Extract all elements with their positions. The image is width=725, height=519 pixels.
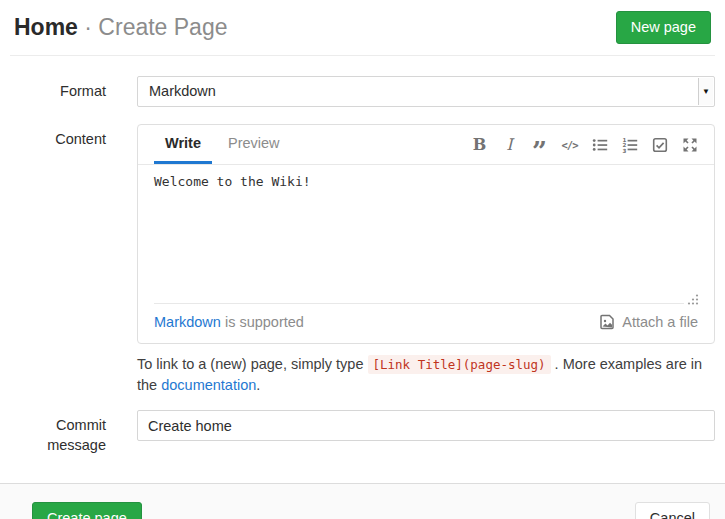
task-list-button[interactable]	[651, 136, 668, 154]
content-textarea[interactable]: Welcome to the Wiki!	[138, 165, 714, 303]
markdown-editor: Write Preview B I ” </>	[137, 124, 715, 344]
fullscreen-icon	[682, 137, 698, 153]
page-header: Home · Create Page New page	[10, 0, 715, 56]
editor-toolbar: B I ” </> 1 2	[471, 125, 698, 164]
svg-text:3: 3	[622, 147, 626, 152]
page-title-home: Home	[14, 14, 78, 40]
format-select-value: Markdown	[149, 83, 216, 99]
chevron-down-icon: ▼	[702, 88, 710, 96]
page-title: Home · Create Page	[14, 14, 228, 41]
editor-footer: Markdown is supported Attach a file	[138, 304, 714, 343]
tab-preview[interactable]: Preview	[217, 125, 291, 164]
tab-write[interactable]: Write	[154, 125, 212, 164]
content-label: Content	[10, 124, 127, 344]
resize-grip-icon[interactable]	[686, 294, 699, 305]
numbered-list-button[interactable]: 1 2 3	[621, 136, 638, 154]
bullet-list-icon	[592, 137, 608, 153]
fullscreen-button[interactable]	[681, 136, 698, 154]
help-text: To link to a (new) page, simply type [Li…	[137, 354, 715, 395]
task-list-icon	[652, 137, 668, 153]
numbered-list-icon: 1 2 3	[622, 137, 638, 153]
commit-message-row: Commit message	[10, 410, 715, 455]
markdown-link[interactable]: Markdown	[154, 314, 221, 330]
italic-button[interactable]: I	[501, 136, 518, 154]
editor-tabs: Write Preview B I ” </>	[138, 125, 714, 165]
page-title-create-page: Create Page	[98, 14, 227, 40]
attach-file-button[interactable]: Attach a file	[599, 313, 698, 330]
select-dropdown-strip[interactable]: ▼	[698, 78, 713, 105]
markdown-supported-text: Markdown is supported	[154, 314, 304, 330]
quote-button[interactable]: ”	[531, 136, 548, 154]
title-separator: ·	[78, 14, 98, 40]
create-page-button[interactable]: Create page	[32, 502, 142, 519]
content-row: Content Write Preview B I ” </>	[10, 124, 715, 344]
commit-message-label: Commit message	[10, 410, 127, 455]
editor-divider	[138, 303, 714, 304]
format-label: Format	[10, 76, 127, 107]
bullet-list-button[interactable]	[591, 136, 608, 154]
form-actions: Create page Cancel	[0, 483, 725, 519]
attach-file-icon	[599, 313, 616, 330]
commit-message-input[interactable]	[137, 410, 715, 441]
bold-button[interactable]: B	[471, 136, 488, 154]
documentation-link[interactable]: documentation	[161, 377, 256, 393]
new-page-button[interactable]: New page	[616, 11, 711, 44]
format-row: Format Markdown ▼	[10, 76, 715, 107]
cancel-button[interactable]: Cancel	[635, 502, 710, 519]
code-button[interactable]: </>	[561, 136, 578, 154]
link-syntax-code: [Link Title](page-slug)	[368, 355, 551, 374]
attach-file-label: Attach a file	[622, 314, 698, 330]
format-select[interactable]: Markdown ▼	[137, 76, 715, 107]
